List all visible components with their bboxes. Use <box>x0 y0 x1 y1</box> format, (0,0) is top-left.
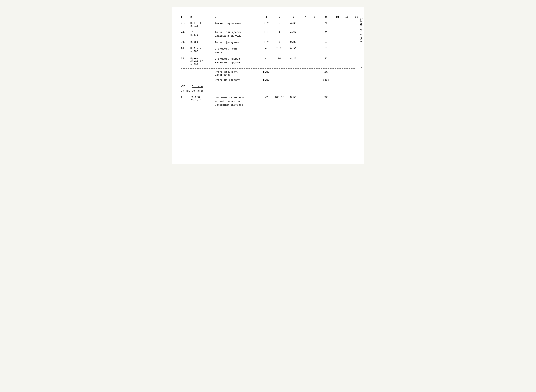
row-total: 42 <box>320 57 333 60</box>
row-price: I,53 <box>287 31 300 33</box>
row-desc: Стоимость гети- накса <box>215 47 260 54</box>
header-col2: 2 <box>190 16 215 19</box>
table-row: 2I.Ц.I ч.I п.54IТо-же, двупольныхк-т54,6… <box>181 20 355 29</box>
row-unit: шт <box>260 57 273 60</box>
summary-row: Итого по разделуруб.I495 <box>181 78 355 83</box>
table-row: 24.Ц.I ч.У п.I83Стоимость гети- наксакг2… <box>181 45 355 56</box>
header-col10: IO <box>333 16 342 19</box>
rows-container: 2I.Ц.I ч.I п.54IТо-же, двупольныхк-т54,6… <box>181 20 355 67</box>
row-desc: То же, для дверей входных в санузлы <box>215 31 260 38</box>
row-qty: 2,24 <box>273 47 287 50</box>
row-unit: к-т <box>260 22 273 25</box>
row-ref: I6-230 25-I7-д <box>190 96 215 102</box>
sub-heading: а) чистые полы <box>181 89 355 94</box>
header-col5: 5 <box>273 16 287 19</box>
row-desc: То-же, двупольных <box>215 22 260 25</box>
row-num: I. <box>181 96 190 99</box>
row-num: 24. <box>181 47 190 50</box>
row-qty: I <box>273 41 287 44</box>
section-title: П о л н <box>192 85 203 88</box>
row-ref: Пр-нт 06-09-0I п.I90 <box>190 57 215 66</box>
row-num: 25. <box>181 57 190 60</box>
side-number: 74 <box>359 66 362 69</box>
row-qty: 5 <box>273 22 287 25</box>
row-total: I <box>320 41 333 44</box>
header-row: I 2 3 4 5 6 7 8 9 IO II I2 <box>181 14 355 20</box>
row-unit: к-т <box>260 41 273 44</box>
summary-row: Итого стоимость материаловруб.222 <box>181 70 355 78</box>
row-qty: 6 <box>273 31 287 33</box>
row-total: 9 <box>320 31 333 33</box>
row-price: 0,93 <box>287 47 300 50</box>
table-row: 23.п.55IТо же, фрамужныек-тI0,82I <box>181 39 355 45</box>
header-col9: 9 <box>320 16 333 19</box>
row-qty: IO <box>273 57 287 60</box>
row-price: 0,82 <box>287 41 300 44</box>
summary-container: Итого стоимость материаловруб.222Итого п… <box>181 70 355 83</box>
header-col4: 4 <box>260 16 273 19</box>
header-col7: 7 <box>300 16 310 19</box>
row-desc: Стоимость пневмо- затворных пружин <box>215 57 260 65</box>
row-price: 4,23 <box>287 57 300 60</box>
row-unit: м2 <box>260 96 273 99</box>
side-label: 294-3-33.83(IY) <box>360 17 363 42</box>
row-total: 2 <box>320 47 333 50</box>
summary-unit: руб. <box>260 71 273 74</box>
page-container: 294-3-33.83(IY) 74 I 2 3 4 5 6 7 8 9 IO … <box>172 7 364 164</box>
header-col1: I <box>181 16 190 19</box>
row-num: 2I. <box>181 22 190 25</box>
row-ref: -"- п.533 <box>190 31 215 37</box>
header-col8: 8 <box>310 16 320 19</box>
header-col6: 6 <box>287 16 300 19</box>
row-ref: Ц.I ч.I п.54I <box>190 22 215 28</box>
table-row: 25.Пр-нт 06-09-0I п.I90Стоимость пневмо-… <box>181 56 355 67</box>
row-total: 23 <box>320 22 333 25</box>
header-col3: 3 <box>215 16 260 19</box>
summary-total: 222 <box>320 71 333 74</box>
row-total: 595 <box>320 96 333 99</box>
row-qty: I69,95 <box>273 96 287 99</box>
row-desc: Покрытие из керами- ческой плитки на цем… <box>215 96 260 107</box>
summary-total: I495 <box>320 79 333 82</box>
section-rows-container: I.I6-230 25-I7-дПокрытие из керами- ческ… <box>181 94 355 108</box>
dashed-separator-1 <box>181 68 355 69</box>
row-unit: кг <box>260 47 273 50</box>
header-col11: II <box>342 16 352 19</box>
row-num: 23. <box>181 41 190 44</box>
section-heading: ХУП. П о л н <box>181 83 355 89</box>
section-num: ХУП. <box>181 85 187 88</box>
row-unit: к-т <box>260 31 273 33</box>
summary-label: Итого по разделу <box>215 79 260 82</box>
row-ref: п.55I <box>190 41 215 44</box>
summary-unit: руб. <box>260 79 273 82</box>
table-row: I.I6-230 25-I7-дПокрытие из керами- ческ… <box>181 94 355 108</box>
row-desc: То же, фрамужные <box>215 41 260 44</box>
row-price: 3,50 <box>287 96 300 99</box>
row-price: 4,68 <box>287 22 300 25</box>
table-row: 22.-"- п.533То же, для дверей входных в … <box>181 29 355 39</box>
row-num: 22. <box>181 31 190 33</box>
row-ref: Ц.I ч.У п.I83 <box>190 47 215 53</box>
summary-label: Итого стоимость материалов <box>215 71 260 77</box>
